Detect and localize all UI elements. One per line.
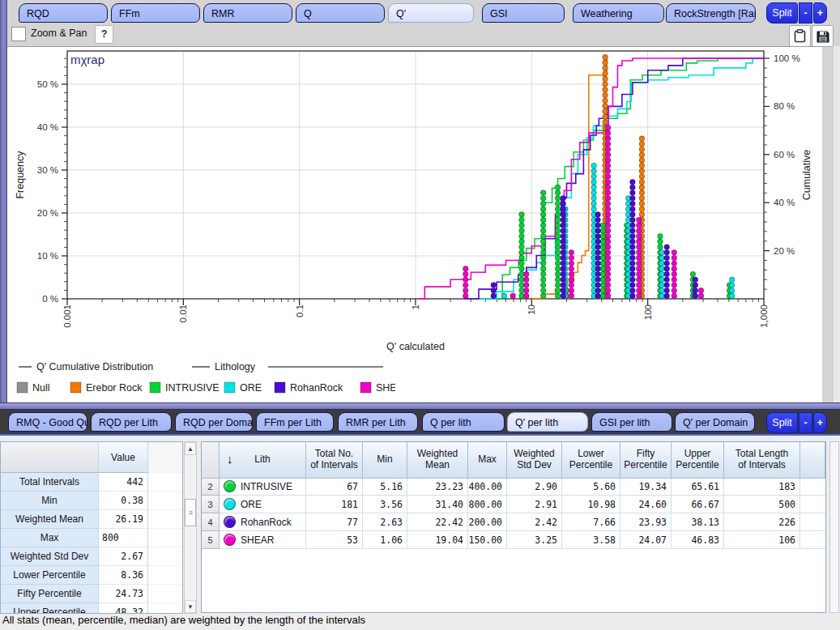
split-button[interactable]: Split — [766, 412, 798, 433]
table-cell[interactable]: 183 — [724, 478, 800, 496]
table-cell[interactable]: 24.07 — [620, 531, 672, 549]
plot-area[interactable] — [67, 51, 764, 299]
column-header-upper[interactable]: Upper Percentile — [672, 442, 724, 479]
column-header-total-length[interactable]: Total Length of Intervals — [724, 442, 800, 479]
table-cell[interactable]: 3.58 — [562, 531, 620, 549]
stats-table-scrollbar[interactable]: ▲ ≡ ▼ — [184, 441, 197, 614]
table-cell[interactable]: 1.06 — [363, 531, 407, 549]
help-button[interactable]: ? — [95, 25, 113, 44]
tab-q[interactable]: Q — [296, 3, 385, 23]
table-cell[interactable]: 77 — [306, 513, 363, 531]
stats-value-header[interactable]: Value — [99, 442, 148, 473]
table-cell[interactable]: 23.93 — [620, 513, 672, 531]
table-cell[interactable]: 22.42 — [407, 513, 468, 531]
table-cell[interactable]: 500 — [724, 496, 800, 513]
table-cell[interactable]: 53 — [306, 531, 363, 549]
horizontal-splitter-handle[interactable] — [0, 402, 840, 410]
tab-rmr[interactable]: RMR — [203, 3, 292, 23]
lith-cell-shear[interactable]: SHEAR — [220, 531, 306, 549]
left-splitter-handle[interactable] — [0, 0, 7, 402]
tab-rqd-per-lith[interactable]: RQD per Lith — [91, 412, 172, 432]
split-plus-button[interactable]: + — [813, 412, 827, 433]
column-header-max[interactable]: Max — [468, 442, 507, 479]
table-cell[interactable]: 400.00 — [468, 478, 507, 496]
table-cell[interactable]: 65.61 — [672, 478, 724, 496]
stats-row-value[interactable]: 24.73 — [99, 585, 148, 603]
split-minus-button[interactable]: - — [799, 2, 812, 23]
tab-q[interactable]: Q' — [388, 3, 474, 23]
lith-cell-ore[interactable]: ORE — [220, 496, 306, 513]
stats-row-value[interactable]: 48.32 — [99, 603, 148, 614]
lith-cell-intrusive[interactable]: INTRUSIVE — [220, 478, 306, 496]
tab-rmr-per-lith[interactable]: RMR per Lith — [338, 412, 418, 432]
tab-ffm-per-lith[interactable]: FFm per Lith — [256, 412, 334, 432]
table-cell[interactable]: 181 — [306, 496, 363, 513]
table-cell[interactable]: 5.60 — [562, 478, 620, 496]
column-header-fifty[interactable]: Fifty Percentile — [620, 442, 672, 479]
split-plus-button[interactable]: + — [813, 2, 827, 23]
table-cell[interactable]: 46.83 — [672, 531, 724, 549]
legend-item-null[interactable]: Null — [17, 382, 50, 394]
tab-rqd-per-domai[interactable]: RQD per Domai — [175, 412, 253, 432]
stats-row-value[interactable]: 2.67 — [99, 547, 148, 566]
stats-row-value[interactable]: 26.19 — [99, 510, 148, 529]
tab-q-per-lith[interactable]: Q' per lith — [507, 412, 588, 432]
legend-item-rohanrock[interactable]: RohanRock — [275, 382, 343, 394]
table-cell[interactable]: 31.40 — [407, 496, 468, 513]
stats-row-value[interactable]: 800 — [99, 529, 148, 547]
table-cell[interactable]: 67 — [306, 478, 363, 496]
column-header-min[interactable]: Min — [363, 442, 407, 479]
tab-rockstrength-rar[interactable]: RockStrength [Rar — [666, 3, 756, 23]
tab-q-per-lith[interactable]: Q per lith — [422, 412, 505, 432]
lith-table-scrollbar[interactable] — [829, 441, 839, 613]
stats-row-value[interactable]: 8.36 — [99, 566, 148, 585]
table-cell[interactable]: 800.00 — [468, 496, 507, 513]
table-cell[interactable]: 19.04 — [407, 531, 468, 549]
sort-descending-icon[interactable]: ↓ — [227, 452, 233, 466]
legend-item-erebor-rock[interactable]: Erebor Rock — [70, 382, 143, 394]
row-number[interactable]: 2 — [202, 478, 220, 496]
row-number[interactable]: 4 — [202, 513, 220, 531]
row-number[interactable]: 5 — [202, 531, 220, 549]
table-cell[interactable]: 10.98 — [562, 496, 620, 513]
table-cell[interactable]: 106 — [724, 531, 800, 549]
stats-row-value[interactable]: 0.38 — [99, 492, 148, 510]
stats-row-value[interactable]: 442 — [99, 473, 148, 492]
split-minus-button[interactable]: - — [799, 412, 812, 433]
column-header-lower[interactable]: Lower Percentile — [562, 442, 620, 479]
lith-cell-rohanrock[interactable]: RohanRock — [220, 513, 306, 531]
table-cell[interactable]: 23.23 — [407, 478, 468, 496]
table-cell[interactable]: 150.00 — [468, 531, 507, 549]
table-cell[interactable]: 226 — [724, 513, 800, 531]
table-cell[interactable]: 3.25 — [507, 531, 562, 549]
table-cell[interactable]: 66.67 — [672, 496, 724, 513]
table-cell[interactable]: 5.16 — [363, 478, 407, 496]
legend-item-shear[interactable]: SHEAR — [360, 382, 411, 394]
row-number[interactable]: 3 — [202, 496, 220, 513]
tab-gsi[interactable]: GSI — [482, 3, 565, 23]
split-button[interactable]: Split — [766, 2, 798, 23]
tab-weathering[interactable]: Weathering — [573, 3, 664, 23]
table-cell[interactable]: 38.13 — [672, 513, 724, 531]
column-header-weighted[interactable]: Weighted Mean — [407, 442, 468, 479]
table-cell[interactable]: 200.00 — [468, 513, 507, 531]
tab-rqd[interactable]: RQD — [19, 3, 108, 23]
table-cell[interactable]: 24.60 — [620, 496, 672, 513]
copy-to-clipboard-button[interactable] — [789, 25, 811, 47]
tab-q-per-domain[interactable]: Q' per Domain — [675, 412, 755, 432]
column-header-lith[interactable]: Lith↓ — [220, 442, 306, 479]
scroll-up-arrow[interactable]: ▲ — [185, 442, 196, 455]
scroll-thumb[interactable]: ≡ — [185, 499, 196, 526]
tab-gsi-per-lith[interactable]: GSI per lith — [591, 412, 672, 432]
column-header-total-no[interactable]: Total No. of Intervals — [306, 442, 363, 479]
tab-rmq-good-qu[interactable]: RMQ - Good Qu — [8, 412, 87, 432]
legend-item-intrusive[interactable]: INTRUSIVE — [150, 382, 220, 394]
table-cell[interactable]: 7.66 — [562, 513, 620, 531]
scroll-down-arrow[interactable]: ▼ — [185, 600, 196, 613]
tab-ffm[interactable]: FFm — [111, 3, 200, 23]
table-cell[interactable]: 2.90 — [507, 478, 562, 496]
table-cell[interactable]: 2.91 — [507, 496, 562, 513]
table-cell[interactable]: 2.63 — [363, 513, 407, 531]
save-button[interactable] — [812, 25, 834, 47]
column-header-weighted[interactable]: Weighted Std Dev — [507, 442, 562, 479]
